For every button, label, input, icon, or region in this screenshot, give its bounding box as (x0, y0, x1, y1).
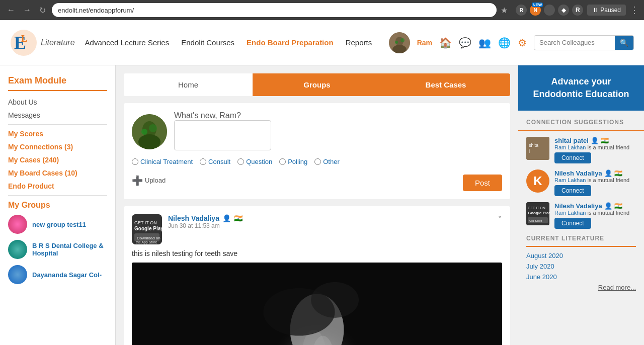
people-nav-icon[interactable]: 👥 (478, 37, 491, 49)
chat-nav-icon[interactable]: 💬 (459, 37, 471, 49)
conn-connect-btn-2[interactable]: Connect (554, 218, 591, 229)
svg-point-10 (141, 129, 147, 135)
nav-advanced-lecture[interactable]: Advanced Lecture Series (85, 38, 170, 47)
conn-info-0: shital patel 👤 🇮🇳 Ram Lakhan is a mutual… (554, 137, 629, 163)
feed-expand-icon-0[interactable]: ˅ (498, 214, 502, 225)
conn-info-1: Nilesh Vadaliya 👤 🇮🇳 Ram Lakhan is a mut… (554, 169, 629, 196)
user-avatar (389, 32, 410, 53)
content-area: Home Groups Best Cases What's new, Ram? (116, 65, 518, 345)
post-options: Clinical Treatment Consult Question Poll… (132, 158, 502, 165)
read-more-link[interactable]: Read more... (598, 284, 636, 291)
connection-suggestions-title: CONNECTION SUGGESTIONS (518, 119, 644, 131)
search-button[interactable]: 🔍 (615, 36, 633, 50)
feed-user-avatar-0: GET IT ON Google Play Download on the Ap… (132, 214, 162, 244)
star-icon[interactable]: ★ (501, 6, 508, 15)
sidebar-link-about[interactable]: About Us (8, 98, 107, 106)
feed-image-0 (132, 263, 502, 345)
group-item-1[interactable]: B R S Dental College & Hospital (8, 240, 107, 259)
upload-label: Upload (145, 177, 166, 184)
feed-user-meta: Nilesh Vadaliya 👤 🇮🇳 (168, 214, 492, 222)
lit-link-2[interactable]: June 2020 (526, 273, 636, 281)
settings-nav-icon[interactable]: ⚙ (518, 37, 527, 49)
tab-home[interactable]: Home (124, 73, 253, 96)
group-name-0: new group test11 (32, 221, 86, 228)
connection-item-0: shita l shital patel 👤 🇮🇳 Ram Lakhan is … (518, 137, 644, 169)
svg-point-12 (138, 134, 160, 149)
option-consult[interactable]: Consult (200, 158, 230, 165)
back-button[interactable]: ← (5, 4, 17, 17)
post-button[interactable]: Post (463, 175, 502, 191)
group-name-1: B R S Dental College & Hospital (32, 242, 107, 257)
option-question[interactable]: Question (237, 158, 272, 165)
refresh-button[interactable]: ↻ (37, 4, 48, 17)
lit-link-0[interactable]: August 2020 (526, 252, 636, 260)
nav-endolit-courses[interactable]: Endolit Courses (181, 38, 234, 47)
feed-user-name-0: Nilesh Vadaliya (168, 214, 219, 222)
radio-other[interactable] (314, 158, 321, 165)
logo-text: Literature (41, 38, 75, 47)
site-header: E L Literature Advanced Lecture Series E… (0, 20, 644, 65)
option-polling[interactable]: Polling (279, 158, 307, 165)
person-icon-0: 👤 (222, 214, 231, 222)
group-item-0[interactable]: new group test11 (8, 215, 107, 234)
option-other[interactable]: Other (314, 158, 340, 165)
sidebar-divider-1 (8, 90, 107, 91)
conn-avatar-1: K (526, 169, 549, 193)
sidebar-link-messages[interactable]: Messages (8, 111, 107, 119)
paused-button[interactable]: ⏸ Paused (587, 5, 626, 16)
conn-mutual-2: Ram Lakhan is a mutual friend (554, 210, 629, 216)
sidebar-link-my-cases[interactable]: My Cases (240) (8, 156, 107, 164)
my-groups-title: My Groups (8, 201, 107, 210)
ext-icon-5[interactable]: R (572, 5, 583, 16)
conn-person-icon-2: 👤 (604, 202, 612, 210)
sidebar-link-my-scores[interactable]: My Scores (8, 130, 107, 138)
conn-connect-btn-0[interactable]: Connect (554, 152, 591, 163)
sidebar-link-my-connections[interactable]: My Connections (3) (8, 143, 107, 151)
radio-consult[interactable] (200, 158, 206, 165)
nav-endo-board[interactable]: Endo Board Preparation (247, 38, 334, 47)
post-prompt-area: What's new, Ram? (174, 111, 271, 152)
radio-clinical[interactable] (132, 158, 138, 165)
post-actions-row: ➕ Upload Post (132, 169, 502, 191)
connection-item-1: K Nilesh Vadaliya 👤 🇮🇳 Ram Lakhan is a m… (518, 169, 644, 202)
ext-icon-2[interactable]: NEW N (530, 5, 541, 16)
conn-name-0: shital patel (554, 137, 589, 144)
browser-menu-icon[interactable]: ⋮ (630, 5, 639, 16)
svg-point-11 (149, 124, 157, 132)
group-avatar-1 (8, 240, 27, 259)
conn-flag-2: 🇮🇳 (614, 202, 622, 210)
tab-best-cases[interactable]: Best Cases (381, 73, 510, 96)
upload-button[interactable]: ➕ Upload (132, 175, 166, 186)
conn-connect-btn-1[interactable]: Connect (554, 185, 591, 196)
lit-link-1[interactable]: July 2020 (526, 263, 636, 270)
conn-avatar-2: GET IT ON Google Play App Store (526, 202, 549, 225)
upload-icon: ➕ (132, 175, 143, 186)
connection-item-2: GET IT ON Google Play App Store Nilesh V… (518, 202, 644, 235)
conn-flag-1: 🇮🇳 (614, 169, 622, 177)
radio-question[interactable] (237, 158, 244, 165)
browser-chrome: ← → ↻ endolit.net/endoappforum/ ★ R NEW … (0, 0, 644, 20)
conn-info-2: Nilesh Vadaliya 👤 🇮🇳 Ram Lakhan is a mut… (554, 202, 629, 229)
search-input[interactable] (534, 36, 615, 49)
home-nav-icon[interactable]: 🏠 (439, 37, 452, 49)
forward-button[interactable]: → (21, 4, 33, 17)
sidebar-link-my-board-cases[interactable]: My Board Cases (10) (8, 169, 107, 177)
ext-icon-3[interactable] (544, 5, 555, 16)
nav-reports[interactable]: Reports (346, 38, 372, 47)
svg-text:l: l (529, 149, 530, 154)
option-consult-label: Consult (208, 158, 230, 165)
tab-groups[interactable]: Groups (253, 73, 381, 96)
address-bar[interactable]: endolit.net/endoappforum/ (52, 3, 497, 17)
globe-nav-icon[interactable]: 🌐 (498, 37, 511, 49)
ext-icon-1[interactable]: R (516, 5, 527, 16)
radio-polling[interactable] (279, 158, 286, 165)
svg-text:the App Store: the App Store (136, 240, 157, 244)
sidebar-link-endo-product[interactable]: Endo Product (8, 182, 107, 190)
group-item-2[interactable]: Dayananda Sagar Col- (8, 265, 107, 284)
post-textarea[interactable] (174, 120, 271, 150)
feed-text-0: this is nilesh testing for teeth save (132, 249, 502, 257)
sidebar-divider-2 (8, 124, 107, 125)
option-clinical[interactable]: Clinical Treatment (132, 158, 193, 165)
ext-icon-4[interactable]: ◆ (558, 5, 569, 16)
option-other-label: Other (323, 158, 340, 165)
